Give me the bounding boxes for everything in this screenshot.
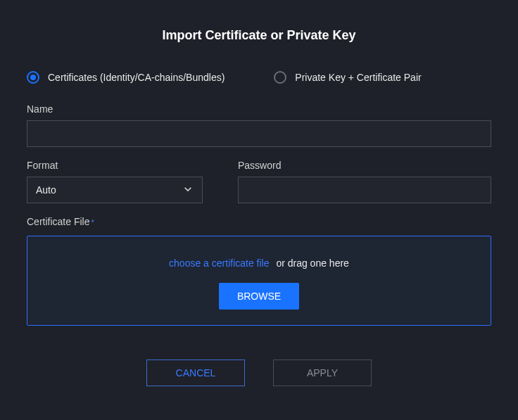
format-password-row: Format Auto Password	[27, 160, 491, 203]
radio-private-key-pair-label: Private Key + Certificate Pair	[295, 72, 421, 83]
browse-button[interactable]: BROWSE	[219, 283, 299, 310]
radio-certificates[interactable]: Certificates (Identity/CA-chains/Bundles…	[27, 71, 225, 84]
choose-file-link[interactable]: choose a certificate file	[169, 257, 269, 269]
name-field: Name	[27, 103, 491, 147]
import-certificate-dialog: Import Certificate or Private Key Certif…	[0, 0, 518, 407]
dropzone-text: choose a certificate file or drag one he…	[42, 257, 476, 269]
format-field: Format Auto	[27, 160, 203, 203]
radio-certificates-label: Certificates (Identity/CA-chains/Bundles…	[48, 72, 225, 83]
password-field: Password	[238, 160, 491, 203]
drag-hint-text: or drag one here	[276, 257, 349, 269]
required-asterisk-icon: *	[91, 218, 94, 227]
format-select[interactable]: Auto	[27, 177, 203, 203]
radio-icon	[274, 71, 286, 84]
password-label: Password	[238, 160, 491, 171]
password-input[interactable]	[238, 177, 491, 203]
cancel-button[interactable]: CANCEL	[146, 359, 245, 386]
name-label: Name	[27, 103, 491, 115]
certificate-file-label: Certificate File*	[27, 216, 491, 227]
dialog-title: Import Certificate or Private Key	[27, 28, 491, 43]
certificate-file-field: Certificate File* choose a certificate f…	[27, 216, 491, 326]
radio-private-key-pair[interactable]: Private Key + Certificate Pair	[274, 71, 421, 84]
format-label: Format	[27, 160, 203, 171]
apply-button[interactable]: APPLY	[273, 359, 372, 386]
name-input[interactable]	[27, 120, 491, 147]
import-type-group: Certificates (Identity/CA-chains/Bundles…	[27, 71, 491, 84]
file-dropzone[interactable]: choose a certificate file or drag one he…	[27, 236, 491, 326]
radio-icon	[27, 71, 39, 84]
dialog-footer: CANCEL APPLY	[27, 359, 491, 386]
format-selected-value: Auto	[36, 184, 56, 196]
